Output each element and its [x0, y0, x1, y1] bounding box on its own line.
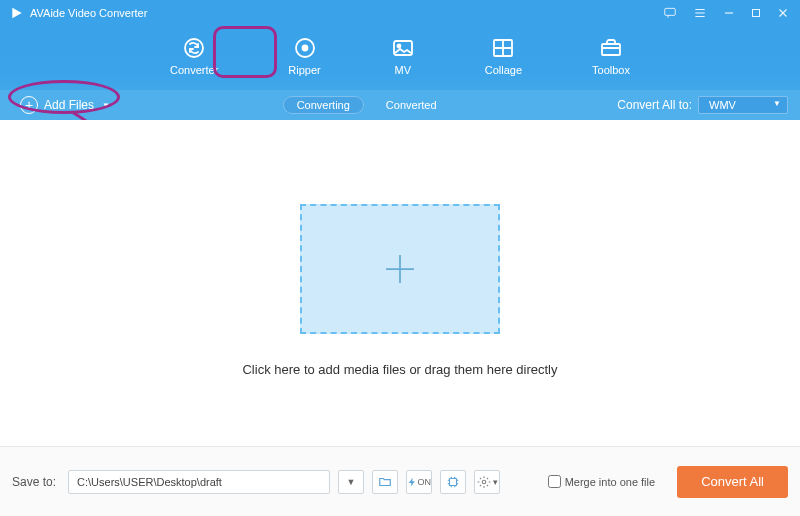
hamburger-icon[interactable]	[692, 6, 708, 20]
svg-rect-5	[394, 41, 412, 55]
add-files-label: Add Files	[44, 98, 94, 112]
folder-icon	[378, 475, 392, 489]
svg-point-4	[302, 46, 307, 51]
save-path-field[interactable]: C:\Users\USER\Desktop\draft	[68, 470, 330, 494]
tab-converter[interactable]: Converter	[158, 32, 230, 80]
merge-checkbox-wrap[interactable]: Merge into one file	[548, 475, 656, 488]
open-folder-button[interactable]	[372, 470, 398, 494]
minimize-icon[interactable]	[722, 6, 736, 20]
svg-rect-9	[450, 478, 457, 485]
mv-icon	[391, 36, 415, 60]
chevron-down-icon: ▼	[347, 477, 356, 487]
chevron-down-icon: ▼	[102, 101, 110, 110]
tab-label: Converter	[170, 64, 218, 76]
toolbox-icon	[599, 36, 623, 60]
svg-point-2	[185, 39, 203, 57]
convert-all-to-label: Convert All to:	[617, 98, 692, 112]
plus-icon: +	[20, 96, 38, 114]
dropzone-hint: Click here to add media files or drag th…	[242, 362, 557, 377]
tab-collage[interactable]: Collage	[473, 32, 534, 80]
svg-point-10	[482, 480, 486, 484]
tab-toolbox[interactable]: Toolbox	[580, 32, 642, 80]
svg-point-6	[397, 45, 400, 48]
chip-icon	[446, 475, 460, 489]
ripper-icon	[293, 36, 317, 60]
merge-checkbox[interactable]	[548, 475, 561, 488]
app-title: AVAide Video Converter	[30, 7, 147, 19]
cpu-button[interactable]	[440, 470, 466, 494]
gear-icon	[477, 475, 491, 489]
segment-converting[interactable]: Converting	[283, 96, 364, 114]
titlebar: AVAide Video Converter	[0, 0, 800, 26]
tab-ripper[interactable]: Ripper	[276, 32, 332, 80]
path-dropdown-button[interactable]: ▼	[338, 470, 364, 494]
logo-icon	[10, 6, 24, 20]
merge-label: Merge into one file	[565, 476, 656, 488]
svg-rect-1	[753, 10, 760, 17]
add-files-button[interactable]: + Add Files ▼	[14, 93, 116, 117]
maximize-icon[interactable]	[750, 7, 762, 19]
dropzone[interactable]	[300, 204, 500, 334]
tab-label: Collage	[485, 64, 522, 76]
convert-all-to-select[interactable]: WMV	[698, 96, 788, 114]
converter-icon	[182, 36, 206, 60]
collage-icon	[491, 36, 515, 60]
svg-rect-0	[665, 8, 676, 15]
app-logo: AVAide Video Converter	[10, 6, 147, 20]
main-tabs: Converter Ripper MV Collage Toolbox	[0, 26, 800, 90]
tab-label: Toolbox	[592, 64, 630, 76]
tab-mv[interactable]: MV	[379, 32, 427, 80]
convert-all-button[interactable]: Convert All	[677, 466, 788, 498]
segment-converted[interactable]: Converted	[372, 96, 451, 114]
close-icon[interactable]	[776, 6, 790, 20]
svg-rect-8	[602, 44, 620, 55]
plus-large-icon	[379, 248, 421, 290]
feedback-icon[interactable]	[662, 6, 678, 20]
tab-label: MV	[394, 64, 411, 76]
save-to-label: Save to:	[12, 475, 56, 489]
tab-label: Ripper	[288, 64, 320, 76]
bolt-icon	[407, 475, 418, 489]
settings-button[interactable]: ▾	[474, 470, 500, 494]
hw-accel-button[interactable]: ON	[406, 470, 432, 494]
